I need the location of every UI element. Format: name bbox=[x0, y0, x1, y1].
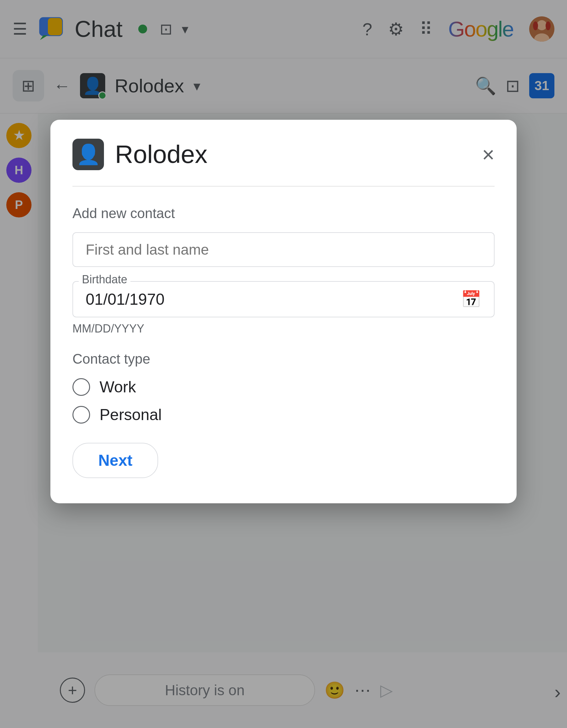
birthdate-value: 01/01/1970 bbox=[86, 290, 461, 309]
add-contact-label: Add new contact bbox=[72, 205, 495, 221]
radio-label-personal: Personal bbox=[100, 406, 162, 424]
birthdate-label: Birthdate bbox=[79, 273, 130, 286]
contact-type-radio-group: Work Personal bbox=[72, 378, 495, 424]
modal-body: Add new contact Birthdate 01/01/1970 📅 M… bbox=[50, 187, 517, 503]
radio-label-work: Work bbox=[100, 378, 136, 396]
radio-circle-personal bbox=[72, 406, 90, 424]
modal-close-button[interactable]: × bbox=[482, 144, 495, 165]
radio-item-personal[interactable]: Personal bbox=[72, 406, 495, 424]
name-input[interactable] bbox=[72, 232, 495, 267]
contact-type-label: Contact type bbox=[72, 351, 495, 367]
radio-item-work[interactable]: Work bbox=[72, 378, 495, 396]
next-button[interactable]: Next bbox=[72, 443, 158, 478]
modal-contact-icon: 👤 bbox=[76, 143, 101, 166]
modal-title-group: 👤 Rolodex bbox=[72, 139, 208, 170]
calendar-picker-icon[interactable]: 📅 bbox=[461, 290, 481, 309]
rolodex-modal: 👤 Rolodex × Add new contact Birthdate 01… bbox=[50, 120, 517, 503]
modal-app-icon: 👤 bbox=[72, 139, 104, 170]
date-format-hint: MM/DD/YYYY bbox=[72, 322, 495, 335]
date-input-row[interactable]: 01/01/1970 📅 bbox=[72, 281, 495, 317]
birthdate-field-wrapper: Birthdate 01/01/1970 📅 bbox=[72, 281, 495, 317]
modal-header: 👤 Rolodex × bbox=[50, 120, 517, 186]
radio-circle-work bbox=[72, 378, 90, 396]
modal-title: Rolodex bbox=[115, 140, 208, 169]
